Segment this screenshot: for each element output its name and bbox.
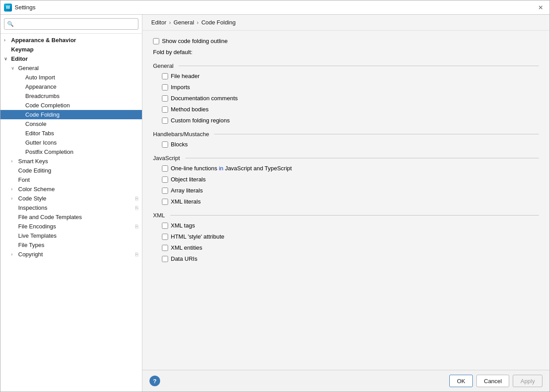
settings-dialog: W Settings ✕ 🔍 › Appearance & Behavior: [0, 0, 550, 392]
sidebar-label: General: [18, 65, 39, 71]
object-literals-checkbox[interactable]: [162, 176, 168, 183]
copy-icon: ⎘: [135, 251, 138, 258]
sidebar-label: Console: [25, 121, 47, 127]
sidebar-item-console[interactable]: Console: [0, 119, 142, 129]
custom-folding-checkbox[interactable]: [162, 118, 168, 124]
search-box: 🔍: [0, 15, 142, 34]
one-line-functions-checkbox[interactable]: [162, 165, 168, 172]
sidebar-label: Appearance: [25, 83, 56, 90]
section-items-handlebars: Blocks: [153, 141, 539, 148]
sidebar-item-inspections[interactable]: Inspections ⎘: [0, 203, 142, 212]
help-button[interactable]: ?: [149, 376, 160, 386]
window-title: Settings: [15, 4, 35, 11]
bottom-bar: ? OK Cancel Apply: [142, 370, 550, 392]
sidebar-item-appearance-behavior[interactable]: › Appearance & Behavior: [0, 35, 142, 45]
sidebar-item-file-code-templates[interactable]: File and Code Templates: [0, 212, 142, 222]
search-icon: 🔍: [7, 21, 14, 27]
sidebar-label: Inspections: [18, 204, 47, 211]
breadcrumb-sep: ›: [169, 19, 171, 26]
sidebar-label: Editor: [11, 55, 28, 62]
section-header-xml: XML: [153, 212, 539, 219]
file-header-checkbox[interactable]: [162, 73, 168, 79]
sidebar-item-postfix-completion[interactable]: Postfix Completion: [0, 147, 142, 157]
sidebar-label: Auto Import: [25, 74, 55, 81]
sidebar-item-code-editing[interactable]: Code Editing: [0, 166, 142, 175]
sidebar-item-breadcrumbs[interactable]: Breadcrumbs: [0, 91, 142, 101]
method-bodies-checkbox[interactable]: [162, 106, 168, 113]
html-style-checkbox[interactable]: [162, 234, 168, 240]
sidebar-item-auto-import[interactable]: Auto Import: [0, 73, 142, 82]
title-bar: W Settings ✕: [0, 0, 550, 15]
custom-folding-label: Custom folding regions: [171, 117, 230, 124]
array-literals-row: Array literals: [162, 187, 539, 194]
sidebar-item-general[interactable]: ∨ General: [0, 63, 142, 73]
sidebar-item-keymap[interactable]: Keymap: [0, 45, 142, 54]
search-input[interactable]: [4, 18, 138, 30]
sidebar-label: Code Style: [18, 195, 47, 202]
xml-tags-row: XML tags: [162, 222, 539, 229]
copy-icon: ⎘: [135, 196, 138, 202]
sidebar-item-gutter-icons[interactable]: Gutter Icons: [0, 138, 142, 147]
cancel-button[interactable]: Cancel: [476, 375, 509, 387]
ok-button[interactable]: OK: [449, 375, 473, 387]
method-bodies-row: Method bodies: [162, 106, 539, 113]
xml-entities-checkbox[interactable]: [162, 245, 168, 251]
sidebar-label: Breadcrumbs: [25, 93, 59, 99]
imports-checkbox[interactable]: [162, 84, 168, 90]
sidebar-item-code-folding[interactable]: Code Folding: [0, 110, 142, 119]
sidebar-item-live-templates[interactable]: Live Templates: [0, 231, 142, 240]
xml-entities-row: XML entities: [162, 244, 539, 251]
dialog-body: 🔍 › Appearance & Behavior Keymap ∨: [0, 15, 550, 392]
imports-label: Imports: [171, 84, 190, 90]
data-uris-checkbox[interactable]: [162, 256, 168, 262]
sidebar-item-smart-keys[interactable]: › Smart Keys: [0, 157, 142, 166]
sidebar-item-editor-tabs[interactable]: Editor Tabs: [0, 129, 142, 138]
sidebar-label: Gutter Icons: [25, 139, 57, 146]
file-header-row: File header: [162, 73, 539, 79]
object-literals-label: Object literals: [171, 176, 206, 183]
doc-comments-checkbox[interactable]: [162, 95, 168, 102]
section-items-xml: XML tags HTML 'style' attribute XML enti…: [153, 222, 539, 262]
sidebar: 🔍 › Appearance & Behavior Keymap ∨: [0, 15, 142, 392]
show-folding-outline-checkbox[interactable]: [153, 38, 159, 44]
doc-comments-row: Documentation comments: [162, 95, 539, 102]
copy-icon: ⎘: [135, 223, 138, 230]
array-literals-checkbox[interactable]: [162, 188, 168, 194]
section-header-general: General: [153, 63, 539, 69]
sidebar-item-appearance[interactable]: Appearance: [0, 82, 142, 91]
arrow-icon: ›: [4, 38, 9, 43]
breadcrumb-sep: ›: [197, 19, 199, 26]
sidebar-item-copyright[interactable]: › Copyright ⎘: [0, 250, 142, 259]
sidebar-label: Postfix Completion: [25, 149, 73, 155]
xml-literals-label: XML literals: [171, 198, 200, 205]
sidebar-label: File Types: [18, 242, 44, 248]
sidebar-item-file-types[interactable]: File Types: [0, 240, 142, 250]
sidebar-label: File and Code Templates: [18, 214, 82, 220]
sidebar-label: Appearance & Behavior: [11, 37, 76, 43]
xml-tags-checkbox[interactable]: [162, 223, 168, 229]
section-items-javascript: One-line functions in JavaScript and Typ…: [153, 165, 539, 205]
arrow-icon: ›: [11, 159, 16, 164]
sidebar-label: Color Scheme: [18, 186, 55, 192]
apply-button[interactable]: Apply: [513, 375, 542, 387]
close-button[interactable]: ✕: [535, 2, 546, 13]
sidebar-label: File Encodings: [18, 223, 56, 230]
sidebar-item-editor[interactable]: ∨ Editor: [0, 54, 142, 63]
one-line-functions-row: One-line functions in JavaScript and Typ…: [162, 165, 539, 172]
sidebar-label: Editor Tabs: [25, 130, 54, 137]
blocks-row: Blocks: [162, 141, 539, 148]
sidebar-label: Smart Keys: [18, 158, 48, 165]
xml-literals-checkbox[interactable]: [162, 199, 168, 205]
blocks-checkbox[interactable]: [162, 141, 168, 148]
content-area: Show code folding outline Fold by defaul…: [142, 31, 550, 370]
xml-entities-label: XML entities: [171, 244, 202, 251]
sidebar-label: Code Editing: [18, 167, 51, 174]
sidebar-item-font[interactable]: Font: [0, 175, 142, 184]
doc-comments-label: Documentation comments: [171, 95, 238, 102]
sidebar-label: Copyright: [18, 251, 43, 258]
sidebar-item-file-encodings[interactable]: File Encodings ⎘: [0, 222, 142, 231]
sidebar-item-code-completion[interactable]: Code Completion: [0, 101, 142, 110]
title-bar-left: W Settings: [4, 4, 35, 12]
sidebar-item-color-scheme[interactable]: › Color Scheme: [0, 184, 142, 194]
sidebar-item-code-style[interactable]: › Code Style ⎘: [0, 194, 142, 203]
